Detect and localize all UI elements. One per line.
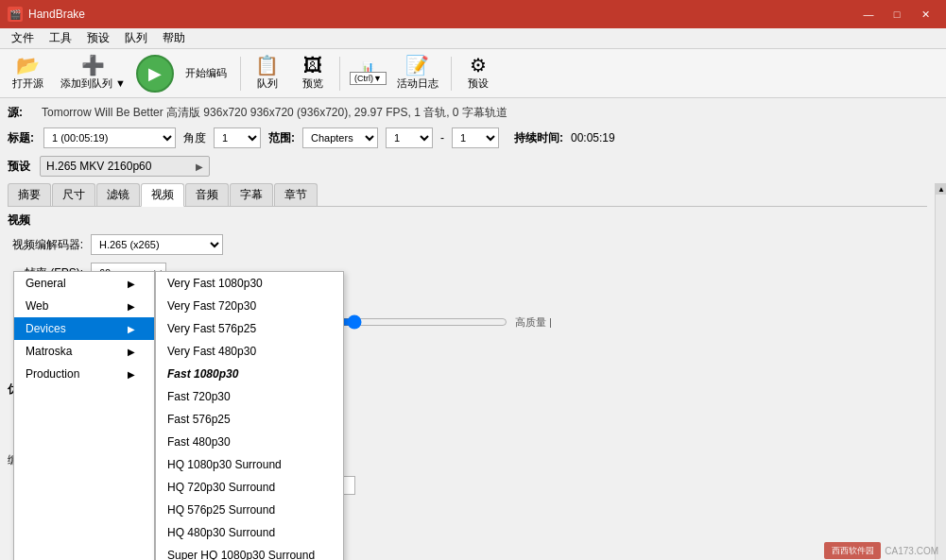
devices-item-1[interactable]: Very Fast 720p30 [156,295,343,317]
add-to-queue-button[interactable]: ➕ 添加到队列 ▼ [54,52,132,95]
watermark: 西西软件园 CA173.COM [824,542,938,559]
tab-subtitles[interactable]: 字幕 [230,183,273,206]
preset-selector[interactable]: H.265 MKV 2160p60 ▶ [40,156,210,177]
high-quality-label: 高质量 | [515,315,552,330]
toolbar: 📂 打开源 ➕ 添加到队列 ▼ ▶ 开始编码 📋 队列 🖼 预览 📊 (Ctrl… [0,49,946,98]
devices-item-11[interactable]: HQ 480p30 Surround [156,521,343,544]
production-arrow-icon: ▶ [128,369,135,380]
menu-tools[interactable]: 工具 [42,28,79,48]
queue-add-icon: ➕ [81,56,105,75]
gear-icon: ⚙ [470,56,487,75]
separator1 [240,57,241,91]
devices-item-5[interactable]: Fast 720p30 [156,385,343,408]
queue-icon: 📋 [255,56,279,75]
activity-log-button[interactable]: 📝 活动日志 [390,52,445,95]
menu-queue[interactable]: 队列 [117,28,155,48]
devices-item-2-label: Very Fast 576p25 [167,322,256,335]
app-icon: 🎬 [8,7,23,22]
devices-item-6[interactable]: Fast 576p25 [156,408,343,431]
preset-web[interactable]: Web ▶ [14,295,154,317]
preset-category-menu: General ▶ Web ▶ Devices ▶ Matroska ▶ Pro… [13,271,155,560]
activity-log-label: 活动日志 [397,76,439,91]
preset-devices[interactable]: Devices ▶ [14,317,154,340]
start-encode-label-btn: 开始编码 [178,52,234,95]
activity-icon: 📊 [362,61,373,72]
source-label: 源: [8,105,36,121]
menu-file[interactable]: 文件 [4,28,42,48]
duration-label: 持续时间: [514,130,563,146]
tab-filters[interactable]: 滤镜 [96,183,140,206]
scroll-track[interactable] [936,195,946,560]
app-title: HandBrake [28,8,85,21]
devices-arrow-icon: ▶ [128,324,135,334]
preview-label: 预览 [302,76,323,91]
menu-help[interactable]: 帮助 [155,28,193,48]
preset-general-label: General [26,277,66,290]
devices-item-4-label: Fast 1080p30 [167,367,238,381]
separator3 [451,57,452,91]
range-label: 范围: [268,130,295,146]
ctrl-button[interactable]: 📊 (Ctrl)▼ [350,61,387,85]
tabs-row: 摘要 尺寸 滤镜 视频 音频 字幕 章节 [8,183,927,207]
window-controls: — □ ✕ [855,5,938,24]
scroll-up-button[interactable]: ▲ [936,183,946,195]
preset-matroska[interactable]: Matroska ▶ [14,340,154,363]
video-section-title: 视频 [8,212,927,229]
preset-production[interactable]: Production ▶ [14,363,154,385]
codec-label: 视频编解码器: [8,237,83,253]
devices-item-3[interactable]: Very Fast 480p30 [156,340,343,363]
devices-item-10-label: HQ 576p25 Surround [167,503,275,517]
ctrl-label: (Ctrl)▼ [350,72,387,85]
range-type-select[interactable]: Chapters [302,127,378,148]
devices-item-0[interactable]: Very Fast 1080p30 [156,272,343,295]
tab-size[interactable]: 尺寸 [52,183,95,206]
preset-devices-label: Devices [26,322,66,335]
angle-select[interactable]: 1 [214,127,261,148]
add-to-queue-label: 添加到队列 ▼ [60,76,126,91]
tab-chapters[interactable]: 章节 [274,183,318,206]
devices-item-8[interactable]: HQ 1080p30 Surround [156,453,343,476]
settings-button[interactable]: ⚙ 预设 [457,52,499,95]
tab-summary[interactable]: 摘要 [8,183,51,206]
devices-item-3-label: Very Fast 480p30 [167,345,256,358]
source-row: 源: Tomorrow Will Be Better 高清版 936x720 9… [8,102,927,123]
general-arrow-icon: ▶ [128,279,135,289]
devices-item-7-label: Fast 480p30 [167,435,231,449]
tab-video[interactable]: 视频 [141,183,184,207]
title-row: 标题: 1 (00:05:19) 角度 1 范围: Chapters 1 - 1… [8,127,927,149]
preset-production-label: Production [26,367,79,381]
preview-icon: 🖼 [303,56,322,75]
title-label: 标题: [8,130,36,146]
open-source-label: 打开源 [12,76,43,91]
devices-item-11-label: HQ 480p30 Surround [167,526,275,539]
close-button[interactable]: ✕ [912,5,938,24]
preset-arrow-icon: ▶ [196,161,203,172]
devices-item-10[interactable]: HQ 576p25 Surround [156,499,343,521]
preset-label: 预设 [8,159,36,175]
devices-item-7[interactable]: Fast 480p30 [156,431,343,453]
queue-button[interactable]: 📋 队列 [247,52,288,95]
maximize-button[interactable]: □ [884,5,910,24]
duration-value: 00:05:19 [571,131,615,144]
chapter-from-select[interactable]: 1 [386,127,433,148]
devices-item-5-label: Fast 720p30 [167,390,231,403]
devices-item-12[interactable]: Super HQ 1080p30 Surround [156,544,343,560]
settings-label: 预设 [468,76,489,91]
preset-row: 预设 H.265 MKV 2160p60 ▶ [8,155,927,178]
title-bar: 🎬 HandBrake — □ ✕ [0,0,946,28]
open-source-button[interactable]: 📂 打开源 [6,52,50,95]
preset-general[interactable]: General ▶ [14,272,154,295]
codec-select[interactable]: H.265 (x265) [91,234,223,255]
devices-item-2[interactable]: Very Fast 576p25 [156,317,343,340]
devices-submenu: Very Fast 1080p30 Very Fast 720p30 Very … [155,271,344,560]
start-encode-button[interactable]: ▶ [136,55,174,93]
minimize-button[interactable]: — [855,5,882,24]
chapter-to-select[interactable]: 1 [452,127,499,148]
preview-button[interactable]: 🖼 预览 [292,52,334,95]
devices-item-0-label: Very Fast 1080p30 [167,277,263,290]
menu-presets[interactable]: 预设 [79,28,117,48]
title-select[interactable]: 1 (00:05:19) [43,127,176,148]
tab-audio[interactable]: 音频 [185,183,229,206]
devices-item-4[interactable]: Fast 1080p30 [156,363,343,385]
devices-item-9[interactable]: HQ 720p30 Surround [156,476,343,499]
